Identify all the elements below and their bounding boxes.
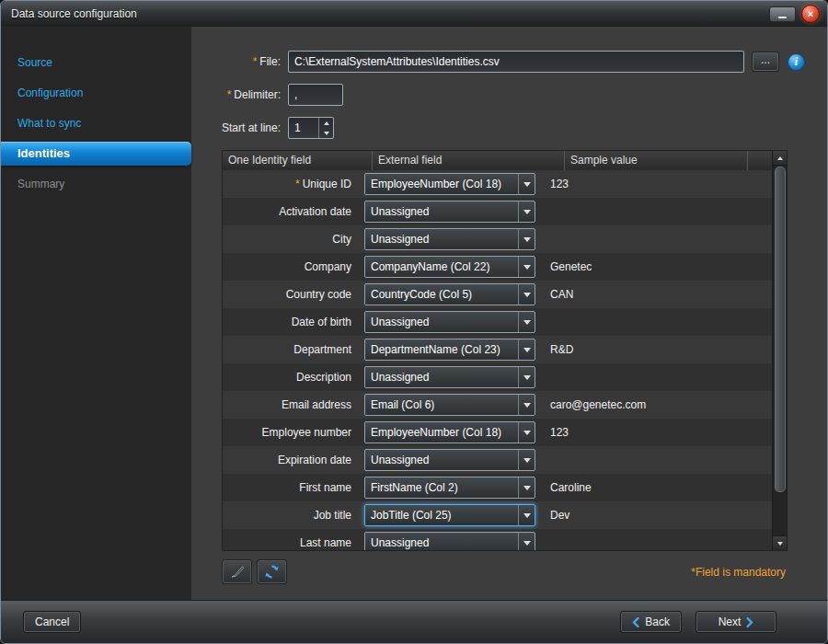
close-button[interactable]: × — [801, 5, 820, 23]
identity-field-label: Employee number — [223, 426, 361, 439]
file-label: *File: — [222, 55, 281, 68]
delimiter-label: *Delimiter: — [222, 88, 281, 101]
back-button[interactable]: Back — [620, 611, 682, 633]
chevron-down-icon — [518, 174, 535, 194]
external-field-dropdown[interactable]: Email (Col 6) — [364, 394, 535, 416]
window-controls: × — [769, 5, 820, 23]
delimiter-input[interactable] — [288, 84, 343, 106]
external-field-dropdown[interactable]: EmployeeNumber (Col 18) — [364, 421, 535, 443]
chevron-down-icon — [518, 257, 535, 277]
scrollbar-thumb[interactable] — [775, 167, 786, 492]
dropdown-selected-value: JobTitle (Col 25) — [365, 509, 518, 522]
close-icon: × — [808, 8, 813, 19]
dropdown-selected-value: Unassigned — [365, 316, 518, 328]
external-field-dropdown[interactable]: DepartmentName (Col 23) — [364, 339, 535, 361]
titlebar[interactable]: Data source configuration × — [1, 1, 827, 27]
brush-icon — [229, 565, 246, 580]
identity-field-label: Department — [223, 343, 361, 356]
sidebar-item-what-to-sync[interactable]: What to sync — [1, 111, 191, 135]
refresh-button[interactable] — [257, 559, 287, 584]
mandatory-note: *Field is mandatory — [691, 566, 786, 579]
chevron-down-icon — [518, 367, 535, 387]
external-field-dropdown[interactable]: FirstName (Col 2) — [364, 477, 535, 499]
triangle-up-icon — [324, 121, 329, 125]
chevron-down-icon — [518, 229, 535, 249]
footer-bar: Cancel Back Next — [1, 600, 827, 643]
column-header-sample-value: Sample value — [565, 151, 748, 170]
identity-field-label: *Unique ID — [223, 178, 361, 190]
table-row: CityUnassigned — [223, 225, 773, 253]
identity-field-label: Country code — [223, 288, 361, 301]
scroll-up-button[interactable] — [773, 151, 787, 166]
table-row: CompanyCompanyName (Col 22)Genetec — [223, 253, 773, 281]
required-asterisk: * — [253, 55, 258, 68]
scroll-down-button[interactable] — [773, 535, 787, 550]
data-source-configuration-dialog: Data source configuration × SourceConfig… — [0, 0, 828, 644]
external-field-dropdown[interactable]: Unassigned — [364, 532, 535, 550]
external-field-cell: CompanyName (Col 22) — [361, 256, 541, 278]
start-at-line-input[interactable] — [289, 118, 318, 138]
identity-field-label: Activation date — [223, 205, 361, 218]
dropdown-selected-value: FirstName (Col 2) — [365, 481, 518, 494]
dropdown-selected-value: Unassigned — [365, 371, 518, 384]
external-field-dropdown[interactable]: Unassigned — [364, 201, 535, 223]
table-row: Country codeCountryCode (Col 5)CAN — [223, 281, 773, 308]
external-field-dropdown[interactable]: EmployeeNumber (Col 18) — [364, 173, 535, 195]
external-field-dropdown[interactable]: CompanyName (Col 22) — [364, 256, 535, 278]
table-row: First nameFirstName (Col 2)Caroline — [223, 474, 773, 501]
external-field-dropdown[interactable]: Unassigned — [364, 366, 535, 388]
table-row: Date of birthUnassigned — [223, 308, 773, 336]
external-field-cell: JobTitle (Col 25) — [361, 504, 541, 526]
info-icon[interactable]: i — [788, 53, 805, 71]
external-field-dropdown[interactable]: Unassigned — [364, 311, 535, 333]
sidebar-item-configuration[interactable]: Configuration — [1, 81, 191, 105]
chevron-down-icon — [518, 533, 535, 550]
minimize-button[interactable] — [769, 6, 796, 22]
external-field-dropdown[interactable]: Unassigned — [364, 449, 535, 471]
identity-field-label: Job title — [223, 509, 361, 522]
stepper-up-button[interactable] — [319, 118, 333, 128]
triangle-down-icon — [324, 132, 329, 135]
chevron-left-icon — [632, 617, 639, 627]
required-asterisk: * — [227, 88, 232, 101]
external-field-cell: Unassigned — [361, 228, 541, 250]
file-path-input[interactable] — [288, 51, 744, 73]
clear-mappings-button[interactable] — [222, 559, 252, 584]
table-row: Expiration dateUnassigned — [223, 446, 773, 474]
identity-field-label: Date of birth — [223, 316, 361, 328]
table-row: Email addressEmail (Col 6)caro@genetec.c… — [223, 391, 773, 419]
start-at-line-row: Start at line: — [222, 117, 827, 139]
chevron-down-icon — [518, 339, 535, 360]
footer-right-buttons: Back Next — [620, 611, 776, 633]
external-field-cell: Unassigned — [361, 449, 541, 471]
external-field-dropdown[interactable]: Unassigned — [364, 228, 535, 250]
external-field-cell: Unassigned — [361, 532, 541, 550]
chevron-down-icon — [518, 395, 535, 415]
external-field-cell: FirstName (Col 2) — [361, 477, 541, 499]
sample-value: Genetec — [541, 260, 773, 273]
table-body: *Unique IDEmployeeNumber (Col 18)123Acti… — [223, 170, 773, 550]
sidebar-item-source[interactable]: Source — [1, 51, 191, 75]
vertical-scrollbar[interactable] — [772, 151, 787, 550]
triangle-up-icon — [777, 156, 783, 160]
external-field-dropdown[interactable]: CountryCode (Col 5) — [364, 283, 535, 305]
external-field-dropdown[interactable]: JobTitle (Col 25) — [364, 504, 535, 526]
sidebar-item-summary[interactable]: Summary — [1, 172, 191, 196]
file-row: *File: ... i — [222, 51, 827, 73]
identity-field-label: First name — [223, 481, 361, 494]
chevron-down-icon — [518, 201, 535, 222]
stepper-down-button[interactable] — [319, 128, 333, 138]
sidebar-item-identities[interactable]: Identities — [1, 142, 191, 166]
sample-value: Dev — [541, 509, 773, 522]
next-button[interactable]: Next — [696, 611, 776, 633]
browse-button[interactable]: ... — [752, 52, 779, 72]
delimiter-row: *Delimiter: — [222, 84, 827, 106]
table-row: *Unique IDEmployeeNumber (Col 18)123 — [223, 170, 773, 198]
cancel-button[interactable]: Cancel — [23, 611, 81, 633]
required-asterisk: * — [295, 178, 300, 190]
sidebar-nav: SourceConfigurationWhat to syncIdentitie… — [1, 27, 191, 600]
minimize-icon — [778, 17, 787, 18]
dropdown-selected-value: Unassigned — [365, 536, 518, 549]
sample-value: CAN — [541, 288, 773, 301]
identity-field-label: Company — [223, 260, 361, 273]
